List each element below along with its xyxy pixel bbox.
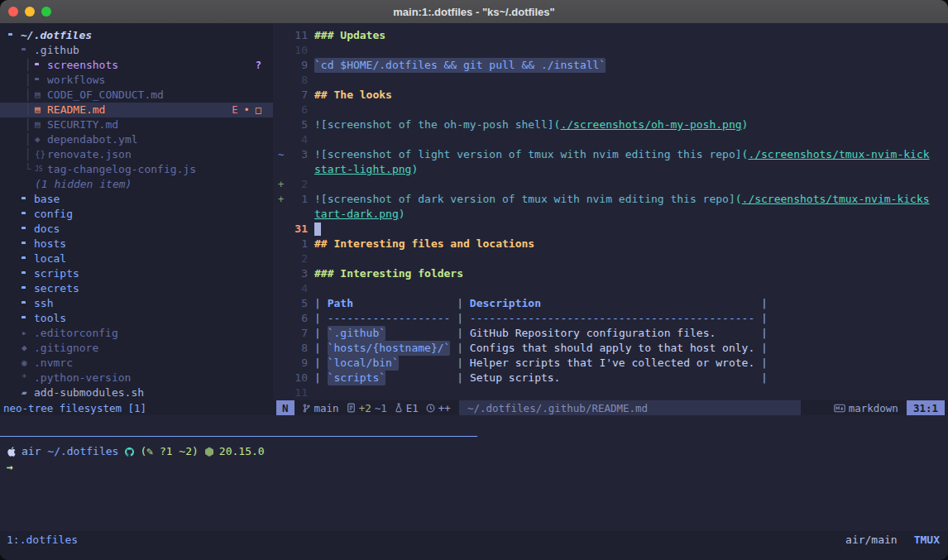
code-segment-lp: ) bbox=[742, 117, 749, 132]
editor-line[interactable]: 11 bbox=[273, 385, 948, 400]
editor-line[interactable]: 6 bbox=[273, 103, 948, 117]
editor-line[interactable]: 7| `.github` | GitHub Repository configu… bbox=[273, 326, 948, 341]
tree-item-.nvmrc[interactable]: ◉.nvmrc bbox=[0, 356, 273, 371]
editor-pane[interactable]: 11### Updates109`cd $HOME/.dotfiles && g… bbox=[273, 23, 948, 400]
editor-line[interactable]: 6| ------------------- | ---------------… bbox=[273, 311, 948, 326]
line-number: 7 bbox=[288, 326, 308, 341]
editor-line[interactable]: start-light.png) bbox=[273, 162, 948, 177]
gitsign-column bbox=[273, 88, 288, 103]
tmux-window-tab[interactable]: 1:.dotfiles bbox=[7, 534, 78, 546]
gitsign-column bbox=[273, 117, 288, 132]
tree-item-label: local bbox=[34, 251, 66, 266]
line-number bbox=[288, 207, 308, 222]
tree-item-label: .github bbox=[34, 43, 79, 58]
editor-line[interactable]: 8| `hosts/{hostname}/` | Configs that sh… bbox=[273, 341, 948, 356]
tree-item--1-hidden-item-[interactable]: (1 hidden item) bbox=[0, 177, 273, 192]
code-segment-sp bbox=[399, 356, 451, 371]
tree-item-renovate.json[interactable]: │{}renovate.json bbox=[0, 147, 273, 162]
tree-item-secrets[interactable]: secrets bbox=[0, 281, 273, 296]
editor-line[interactable]: ~3![screenshot of light version of tmux … bbox=[273, 147, 948, 162]
tree-item-code-of-conduct.md[interactable]: │▤CODE_OF_CONDUCT.md bbox=[0, 88, 273, 103]
line-number: 10 bbox=[288, 43, 308, 58]
editor-line[interactable]: +2 bbox=[273, 177, 948, 192]
shell-input-line[interactable]: → bbox=[7, 460, 948, 475]
line-number: 4 bbox=[288, 132, 308, 147]
tree-item-label: screenshots bbox=[47, 58, 118, 73]
titlebar[interactable]: main:1:.dotfiles - "ks~/.dotfiles" bbox=[0, 0, 948, 23]
tree-item-local[interactable]: local bbox=[0, 251, 273, 266]
editor-line[interactable]: +1![screenshot of dark version of tmux w… bbox=[273, 192, 948, 207]
nodejs-icon bbox=[204, 447, 214, 457]
tmux-right-status: air/main TMUX bbox=[845, 534, 940, 546]
git-status-markers: ? bbox=[256, 58, 261, 73]
editor-line[interactable]: 5![screenshot of the oh-my-posh shell](.… bbox=[273, 117, 948, 132]
nvm-file-icon: ◉ bbox=[22, 356, 34, 371]
tree-item-readme.md[interactable]: │▤README.mdE•□ bbox=[0, 103, 273, 117]
tree-item-tag-changelog-config.js[interactable]: └JStag-changelog-config.js bbox=[0, 162, 273, 177]
gitsign-column: ~ bbox=[273, 147, 288, 162]
editor-line[interactable]: 5| Path | Description | bbox=[273, 296, 948, 311]
tree-item-screenshots[interactable]: │screenshots? bbox=[0, 58, 273, 73]
tree-item-tools[interactable]: tools bbox=[0, 311, 273, 326]
code-segment-txt: GitHub Repository configuration files. bbox=[470, 326, 716, 341]
gitsign-column bbox=[273, 296, 288, 311]
tree-item-label: tag-changelog-config.js bbox=[47, 162, 196, 177]
tree-item-dependabot.yml[interactable]: │◈dependabot.yml bbox=[0, 132, 273, 147]
diagnostics: E1 bbox=[395, 402, 419, 414]
terminal-window: main:1:.dotfiles - "ks~/.dotfiles" ~/.do… bbox=[0, 0, 948, 560]
editor-line[interactable]: 2 bbox=[273, 251, 948, 266]
tree-item-.editorconfig[interactable]: ▸.editorconfig bbox=[0, 326, 273, 341]
line-number: 6 bbox=[288, 311, 308, 326]
tree-item-add-submodules.sh[interactable]: ▰add-submodules.sh bbox=[0, 385, 273, 400]
editor-line[interactable]: 10| `scripts` | Setup scripts. | bbox=[273, 371, 948, 385]
tree-item-docs[interactable]: docs bbox=[0, 222, 273, 237]
editor-line[interactable]: 7## The looks bbox=[273, 88, 948, 103]
editor-line[interactable]: 31 bbox=[273, 222, 948, 237]
tmux-pane-border[interactable] bbox=[0, 436, 477, 437]
editor-line[interactable]: 8 bbox=[273, 73, 948, 88]
code-segment-h3: ### Interesting folders bbox=[314, 266, 463, 281]
code-segment-pipe: | bbox=[314, 371, 328, 385]
editor-line[interactable]: 1## Interesting files and locations bbox=[273, 237, 948, 251]
editor-line[interactable]: tart-dark.png) bbox=[273, 207, 948, 222]
nvim-cmdline bbox=[0, 415, 948, 436]
code-segment-pipe: | bbox=[450, 296, 469, 311]
code-segment-lp: ( bbox=[735, 192, 742, 207]
code-segment-link: ./screenshots/tmux-nvim-kicks bbox=[742, 192, 930, 207]
status-marker: □ bbox=[256, 103, 261, 117]
gear-file-icon: ◈ bbox=[35, 132, 47, 147]
tree-item-security.md[interactable]: │▤SECURITY.md bbox=[0, 117, 273, 132]
tree-item-.gitignore[interactable]: ◆.gitignore bbox=[0, 341, 273, 356]
tree-item-scripts[interactable]: scripts bbox=[0, 266, 273, 281]
tree-item--.dotfiles[interactable]: ~/.dotfiles bbox=[0, 28, 273, 43]
tree-item-hosts[interactable]: hosts bbox=[0, 237, 273, 251]
tree-item-ssh[interactable]: ssh bbox=[0, 296, 273, 311]
tree-item-.python-version[interactable]: *.python-version bbox=[0, 371, 273, 385]
tree-item-config[interactable]: config bbox=[0, 207, 273, 222]
code-segment-txt: Setup scripts. bbox=[470, 371, 561, 385]
editor-line[interactable]: 4 bbox=[273, 132, 948, 147]
tree-item-workflows[interactable]: │workflows bbox=[0, 73, 273, 88]
tree-item-base[interactable]: base bbox=[0, 192, 273, 207]
neo-tree-sidebar[interactable]: ~/.dotfiles.github│screenshots?│workflow… bbox=[0, 23, 273, 400]
code-segment-pipe: | bbox=[754, 296, 768, 311]
editor-line[interactable]: 4 bbox=[273, 281, 948, 296]
line-number: 4 bbox=[288, 281, 308, 296]
shell-prompt: air ~/.dotfiles (✎ ?1 ~2) 20.15.0 bbox=[7, 444, 948, 459]
code-segment-sp bbox=[716, 326, 754, 341]
editor-line[interactable]: 9| `local/bin` | Helper scripts that I'v… bbox=[273, 356, 948, 371]
line-number: 6 bbox=[288, 103, 308, 117]
code-segment-lp: ) bbox=[411, 162, 418, 177]
editor-line[interactable]: 11### Updates bbox=[273, 28, 948, 43]
prompt-host: air bbox=[22, 444, 41, 459]
shell-pane[interactable]: air ~/.dotfiles (✎ ?1 ~2) 20.15.0 → bbox=[0, 436, 948, 531]
code-segment-sp bbox=[385, 326, 450, 341]
code-segment-pipe: | bbox=[450, 326, 469, 341]
editor-line[interactable]: 3### Interesting folders bbox=[273, 266, 948, 281]
editor-line[interactable]: 9`cd $HOME/.dotfiles && git pull && ./in… bbox=[273, 58, 948, 73]
tree-item-.github[interactable]: .github bbox=[0, 43, 273, 58]
indent-guide: │ bbox=[22, 147, 35, 162]
tree-item-label: secrets bbox=[34, 281, 79, 296]
editor-line[interactable]: 10 bbox=[273, 43, 948, 58]
code-segment-sp bbox=[353, 296, 450, 311]
